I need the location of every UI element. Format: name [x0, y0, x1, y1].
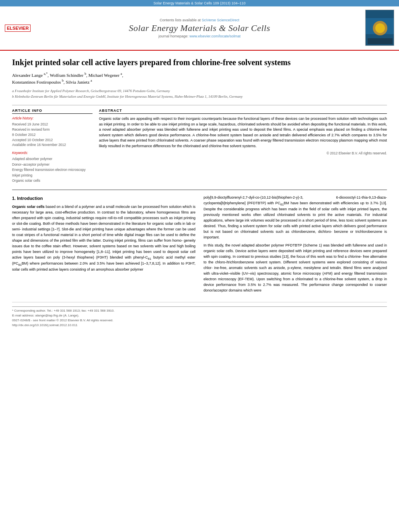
- footer-section: * Corresponding author. Tel.: +49 331 56…: [12, 302, 387, 328]
- keyword-4: Inkjet printing: [12, 173, 93, 179]
- footer-note: * Corresponding author. Tel.: +49 331 56…: [12, 306, 387, 318]
- homepage-link[interactable]: www.elsevier.com/locate/solmat: [189, 34, 241, 38]
- main-content: Inkjet printed solar cell active layers …: [0, 51, 399, 336]
- available-online: Available online 16 November 2012: [12, 142, 93, 148]
- svg-rect-4: [368, 38, 393, 44]
- article-info-abstract: ARTICLE INFO Article history: Received 1…: [12, 105, 387, 184]
- header-center: Contents lists available at SciVerse Sci…: [45, 18, 354, 38]
- intro-right-para-1: poly[9,9-dioctylfluorenyl-2,7-dyil-co-(1…: [204, 195, 387, 240]
- body-left-col: 1. Introduction Organic solar cells base…: [12, 195, 195, 296]
- received-date: Received 19 June 2012: [12, 122, 93, 127]
- affiliation-b: b Helmholtz-Zentrum Berlin für Materiali…: [12, 94, 387, 100]
- authors: Alexander Lange a,*, Wolfram Schindler b…: [12, 72, 387, 85]
- author-janietz: Silvia Janietz a: [66, 80, 92, 84]
- sciverse-link[interactable]: SciVerse ScienceDirect: [202, 18, 240, 22]
- author-fostiropoulos: Konstantinos Fostiropoulos b,: [12, 80, 66, 84]
- abstract-col: ABSTRACT Organic solar cells are appeali…: [99, 109, 387, 184]
- article-info-header: ARTICLE INFO: [12, 109, 93, 114]
- svg-point-3: [375, 23, 385, 33]
- elsevier-logo: ELSEVIER: [5, 25, 31, 32]
- journal-bar-text: Solar Energy Materials & Solar Cells 109…: [153, 1, 245, 5]
- accepted-date: Accepted 10 October 2012: [12, 138, 93, 143]
- abstract-header: ABSTRACT: [99, 109, 387, 114]
- affiliations: a Fraunhofer Institute for Applied Polym…: [12, 88, 387, 99]
- email-note: E-mail address: alange@iap.fhg.de (A. La…: [12, 313, 387, 318]
- body-section: 1. Introduction Organic solar cells base…: [12, 189, 387, 296]
- corresponding-note: * Corresponding author. Tel.: +49 331 56…: [12, 308, 387, 313]
- intro-right-para-2: In this study, the novel adapted absorbe…: [204, 243, 387, 293]
- journal-bar: Solar Energy Materials & Solar Cells 109…: [0, 0, 399, 6]
- cover-svg: [366, 10, 394, 46]
- header-contents: Contents lists available at SciVerse Sci…: [45, 18, 354, 22]
- journal-cover-image: Solar EnergyMaterials& Solar Cells: [365, 10, 394, 46]
- journal-header: ELSEVIER Contents lists available at Sci…: [0, 6, 399, 51]
- keyword-3: Energy filtered transmission electron mi…: [12, 167, 93, 173]
- intro-left-para: Organic solar cells based on a blend of …: [12, 204, 195, 273]
- revised-date: 8 October 2012: [12, 132, 93, 138]
- intro-title: 1. Introduction: [12, 195, 195, 202]
- body-right-col: poly[9,9-dioctylfluorenyl-2,7-dyil-co-(1…: [204, 195, 387, 296]
- author-lange: Alexander Lange a,*,: [12, 73, 50, 78]
- keyword-5: Organic solar cells: [12, 178, 93, 184]
- keyword-1: Adapted absorber polymer: [12, 156, 93, 162]
- keywords-label: Keywords:: [12, 151, 93, 155]
- footer-doi: http://dx.doi.org/10.1016/j.solmat.2012.…: [12, 323, 387, 328]
- article-history-label: Article history:: [12, 116, 93, 120]
- received-revised-label: Received in revised form: [12, 127, 93, 132]
- footer-copyright: 0927-0248/$ - see front matter © 2012 El…: [12, 318, 387, 323]
- article-title: Inkjet printed solar cell active layers …: [12, 57, 387, 68]
- header-right: Solar EnergyMaterials& Solar Cells: [354, 10, 394, 47]
- article-info-col: ARTICLE INFO Article history: Received 1…: [12, 109, 93, 184]
- abstract-text: Organic solar cells are appealing with r…: [99, 116, 387, 149]
- author-schindler: Wolfram Schindler b,: [50, 73, 88, 78]
- abstract-copyright: © 2012 Elsevier B.V. All rights reserved…: [99, 151, 387, 155]
- body-columns: 1. Introduction Organic solar cells base…: [12, 195, 387, 296]
- journal-title: Solar Energy Materials & Solar Cells: [45, 23, 354, 33]
- keyword-2: Donor–acceptor polymer: [12, 162, 93, 168]
- header-left: ELSEVIER: [5, 25, 45, 32]
- author-wegener: Michael Wegener a,: [88, 73, 123, 78]
- keywords-list: Adapted absorber polymer Donor–acceptor …: [12, 156, 93, 184]
- journal-homepage: journal homepage: www.elsevier.com/locat…: [45, 34, 354, 38]
- affiliation-a: a Fraunhofer Institute for Applied Polym…: [12, 88, 387, 94]
